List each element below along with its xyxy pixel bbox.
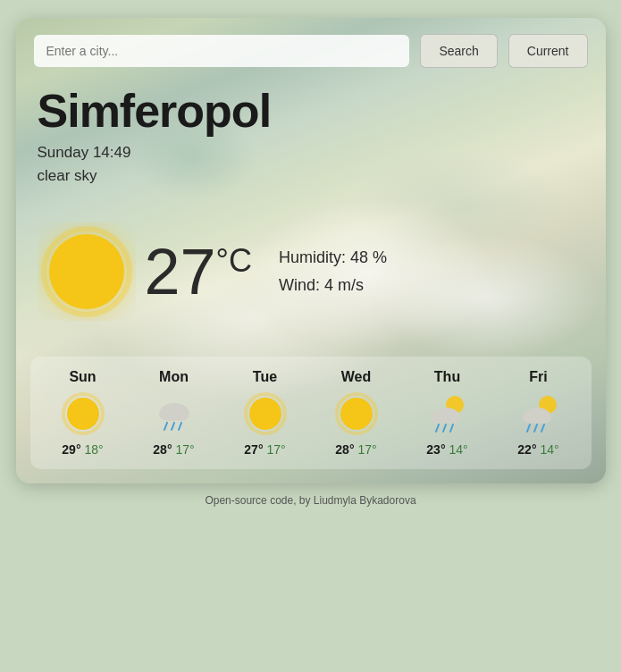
svg-line-9 xyxy=(179,423,181,430)
svg-point-24 xyxy=(535,411,551,424)
svg-point-12 xyxy=(340,398,373,430)
app-container: Search Current Simferopol Sunday 14:49 c… xyxy=(0,0,621,672)
datetime: Sunday 14:49 xyxy=(38,141,584,164)
forecast-day-name: Wed xyxy=(341,369,371,385)
weather-card: Search Current Simferopol Sunday 14:49 c… xyxy=(16,18,606,483)
search-button[interactable]: Search xyxy=(420,34,497,68)
forecast-day-tue: Tue 27° 17° xyxy=(227,369,303,457)
forecast-icon-wed xyxy=(333,391,380,437)
footer-text: Open-source code, by Liudmyla Bykadorova xyxy=(205,494,415,507)
top-bar: Search Current xyxy=(16,18,606,84)
forecast-icon-sun xyxy=(60,391,106,437)
current-button[interactable]: Current xyxy=(508,34,588,68)
forecast-temps: 29° 18° xyxy=(62,442,103,457)
svg-line-18 xyxy=(436,424,439,432)
forecast-temps: 28° 17° xyxy=(335,442,376,457)
forecast-temps: 28° 17° xyxy=(153,442,194,457)
weather-details: Humidity: 48 % Wind: 4 m/s xyxy=(279,244,387,298)
datetime-description: Sunday 14:49 clear sky xyxy=(16,141,606,205)
svg-line-27 xyxy=(541,424,544,432)
forecast-day-wed: Wed 28° 17° xyxy=(318,369,394,457)
forecast-day-name: Tue xyxy=(253,369,277,385)
svg-point-10 xyxy=(249,398,281,430)
city-name: Simferopol xyxy=(16,84,606,141)
temperature-value: 27 xyxy=(145,236,216,307)
svg-point-2 xyxy=(67,398,99,430)
svg-point-0 xyxy=(49,234,124,309)
degree-unit: °C xyxy=(216,242,252,279)
current-weather-icon xyxy=(38,223,136,321)
forecast-temps: 27° 17° xyxy=(244,442,285,457)
svg-line-8 xyxy=(172,423,174,430)
forecast-day-fri: Fri 22° 14° xyxy=(500,369,576,457)
forecast-icon-fri xyxy=(516,391,562,437)
main-weather: 27°C Humidity: 48 % Wind: 4 m/s xyxy=(16,205,606,357)
forecast-temps: 23° 14° xyxy=(426,442,467,457)
forecast-icon-mon xyxy=(151,391,197,437)
svg-line-26 xyxy=(534,424,537,432)
forecast-day-thu: Thu 23° 14° xyxy=(409,369,485,457)
svg-point-6 xyxy=(172,407,189,421)
forecast-day-name: Thu xyxy=(434,369,460,385)
forecast-temps: 22° 14° xyxy=(517,442,558,457)
svg-line-25 xyxy=(527,424,530,432)
wind-label: Wind: xyxy=(279,276,320,294)
svg-point-17 xyxy=(444,411,460,424)
forecast-day-name: Mon xyxy=(159,369,189,385)
forecast-bar: Sun 29° 18° Mon xyxy=(30,357,592,469)
city-search-input[interactable] xyxy=(34,35,410,67)
forecast-icon-tue xyxy=(242,391,289,437)
svg-line-19 xyxy=(443,424,446,432)
humidity-label: Humidity: xyxy=(279,248,346,266)
forecast-day-sun: Sun 29° 18° xyxy=(45,369,121,457)
footer: Open-source code, by Liudmyla Bykadorova xyxy=(205,483,415,514)
svg-line-20 xyxy=(450,424,453,432)
forecast-day-name: Fri xyxy=(529,369,547,385)
forecast-day-name: Sun xyxy=(69,369,96,385)
wind-row: Wind: 4 m/s xyxy=(279,272,387,299)
humidity-row: Humidity: 48 % xyxy=(279,244,387,272)
temperature-display: 27°C xyxy=(145,239,253,304)
svg-line-7 xyxy=(164,423,167,430)
forecast-day-mon: Mon 28° 17° xyxy=(136,369,212,457)
weather-description: clear sky xyxy=(38,164,584,188)
forecast-icon-thu xyxy=(424,391,471,437)
